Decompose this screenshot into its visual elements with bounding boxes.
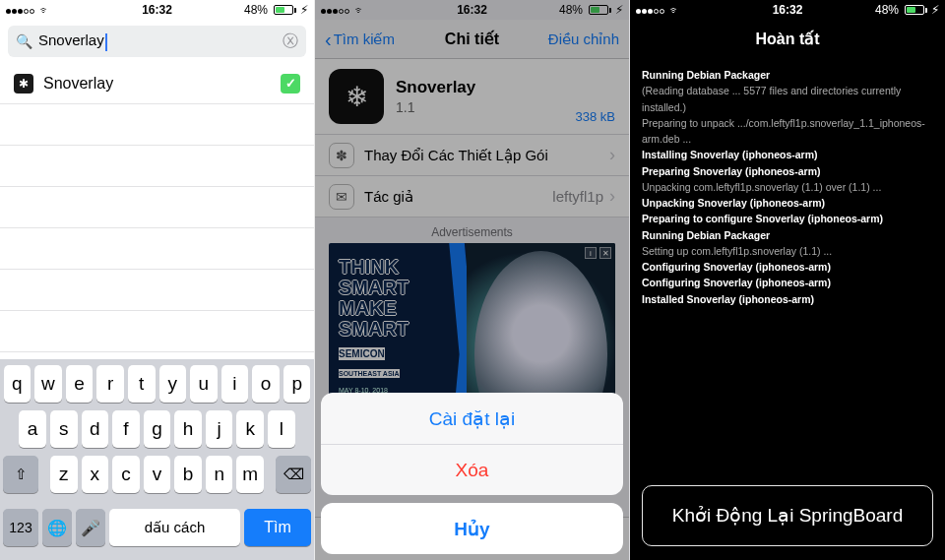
signal-dots-icon — [636, 0, 665, 20]
key-k[interactable]: k — [236, 410, 264, 448]
key-c[interactable]: c — [112, 456, 140, 493]
key-j[interactable]: j — [206, 410, 233, 448]
log-line: Unpacking com.leftyfl1p.snoverlay (1.1) … — [642, 179, 933, 195]
battery-pct: 48% — [244, 0, 268, 20]
key-a[interactable]: a — [19, 410, 46, 448]
remove-button[interactable]: Xóa — [321, 444, 623, 495]
status-bar: ᯤ 16:32 48% ⚡︎ — [0, 0, 314, 20]
log-line: Preparing to unpack .../com.leftyfl1p.sn… — [642, 115, 933, 148]
kb-row-3-letters: zxcvbnm — [42, 456, 272, 493]
signal-dots-icon — [6, 0, 35, 20]
keyboard: qwertyuiop asdfghjkl ⇧ zxcvbnm ⌫ 123 🌐 🎤… — [0, 359, 314, 560]
charging-icon: ⚡︎ — [300, 0, 308, 20]
search-result-row[interactable]: ✱ Snoverlay ✓ — [0, 63, 314, 104]
keyboard-search-key[interactable]: Tìm — [244, 509, 311, 546]
cancel-button[interactable]: Hủy — [321, 503, 623, 554]
kb-row-2: asdfghjkl — [3, 410, 311, 448]
log-line: Preparing to configure Snoverlay (iphone… — [642, 211, 933, 226]
text-caret — [105, 33, 107, 51]
search-text: Snoverlay — [38, 31, 277, 50]
key-f[interactable]: f — [112, 410, 140, 448]
key-w[interactable]: w — [34, 365, 62, 403]
package-icon: ✱ — [14, 74, 33, 93]
log-line: Unpacking Snoverlay (iphoneos-arm) — [642, 195, 933, 211]
wifi-icon: ᯤ — [669, 0, 680, 20]
key-g[interactable]: g — [144, 410, 171, 448]
reinstall-button[interactable]: Cài đặt lại — [321, 393, 623, 444]
respring-button[interactable]: Khởi Động Lại SpringBoard — [642, 485, 933, 546]
battery-icon — [903, 5, 927, 15]
log-line: Setting up com.leftyfl1p.snoverlay (1.1)… — [642, 243, 933, 259]
clear-icon[interactable]: ⓧ — [283, 31, 298, 52]
key-m[interactable]: m — [236, 456, 264, 493]
log-line: (Reading database ... 5577 files and dir… — [642, 83, 933, 115]
kb-row-3: ⇧ zxcvbnm ⌫ — [3, 456, 311, 501]
action-sheet: Cài đặt lại Xóa Hủy — [321, 393, 623, 554]
key-n[interactable]: n — [206, 456, 233, 493]
key-y[interactable]: y — [159, 365, 187, 403]
battery-icon — [272, 5, 296, 15]
kb-row-1: qwertyuiop — [3, 365, 311, 403]
battery-pct: 48% — [875, 0, 899, 20]
key-o[interactable]: o — [252, 365, 280, 403]
key-v[interactable]: v — [144, 456, 171, 493]
log-line: Running Debian Packager — [642, 67, 933, 83]
log-line: Installing Snoverlay (iphoneos-arm) — [642, 147, 933, 162]
key-r[interactable]: r — [96, 365, 124, 403]
key-b[interactable]: b — [174, 456, 202, 493]
backspace-key[interactable]: ⌫ — [276, 456, 311, 493]
key-l[interactable]: l — [268, 410, 295, 448]
empty-rows — [0, 104, 314, 398]
space-key[interactable]: dấu cách — [109, 509, 240, 546]
mic-key[interactable]: 🎤 — [76, 509, 105, 546]
wifi-icon: ᯤ — [39, 0, 50, 20]
install-log: Running Debian Packager(Reading database… — [630, 59, 945, 315]
charging-icon: ⚡︎ — [931, 0, 939, 20]
search-input[interactable]: 🔍 Snoverlay ⓧ — [8, 26, 306, 57]
key-u[interactable]: u — [190, 365, 218, 403]
log-line: Running Debian Packager — [642, 227, 933, 243]
key-i[interactable]: i — [221, 365, 249, 403]
log-line: Installed Snoverlay (iphoneos-arm) — [642, 291, 933, 307]
search-icon: 🔍 — [16, 33, 32, 49]
key-q[interactable]: q — [4, 365, 32, 403]
page-title: Hoàn tất — [630, 20, 945, 59]
key-x[interactable]: x — [82, 456, 109, 493]
numbers-key[interactable]: 123 — [3, 509, 38, 546]
key-t[interactable]: t — [128, 365, 156, 403]
log-line: Preparing Snoverlay (iphoneos-arm) — [642, 163, 933, 179]
globe-key[interactable]: 🌐 — [42, 509, 72, 546]
status-bar: ᯤ 16:32 48% ⚡︎ — [630, 0, 945, 20]
shift-key[interactable]: ⇧ — [3, 456, 38, 493]
result-title: Snoverlay — [43, 75, 281, 93]
log-line: Configuring Snoverlay (iphoneos-arm) — [642, 259, 933, 275]
installed-check-icon: ✓ — [281, 74, 300, 93]
log-line: Configuring Snoverlay (iphoneos-arm) — [642, 275, 933, 290]
key-p[interactable]: p — [284, 365, 311, 403]
key-z[interactable]: z — [50, 456, 78, 493]
key-d[interactable]: d — [82, 410, 109, 448]
key-s[interactable]: s — [50, 410, 78, 448]
key-h[interactable]: h — [174, 410, 202, 448]
key-e[interactable]: e — [66, 365, 94, 403]
